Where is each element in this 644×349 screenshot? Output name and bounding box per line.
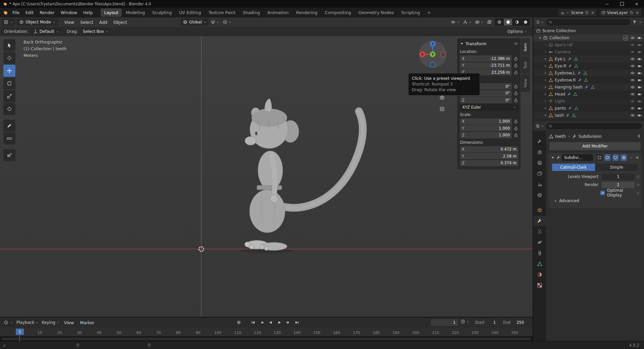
resize-grip-icon[interactable] <box>2 343 6 347</box>
tab-object-data[interactable] <box>533 259 546 269</box>
tab-output[interactable] <box>533 158 546 168</box>
lock-icon[interactable] <box>513 119 519 124</box>
location-x-field[interactable]: X-12.386 m <box>460 55 512 62</box>
timeline-marker-menu[interactable]: Marker <box>77 320 98 325</box>
tab-constraints[interactable] <box>533 248 546 258</box>
add-workspace-button[interactable]: + <box>424 8 434 17</box>
hide-eye-icon[interactable] <box>630 43 635 47</box>
remove-view-layer-icon[interactable] <box>635 11 639 15</box>
optimal-display-checkbox[interactable] <box>600 191 605 195</box>
jump-to-end-button[interactable] <box>293 318 301 326</box>
rotation-z-field[interactable]: Z0° <box>460 97 512 103</box>
frame-end-field[interactable]: End 250 <box>500 319 527 326</box>
remove-modifier-icon[interactable] <box>635 156 639 160</box>
playback-menu[interactable]: Playback <box>15 320 40 325</box>
outliner-row-object[interactable]: Camera <box>533 48 644 55</box>
workspace-tab-shading[interactable]: Shading <box>239 8 263 17</box>
show-in-edit-mode-toggle[interactable] <box>604 154 611 161</box>
show-in-render-toggle[interactable] <box>621 154 627 161</box>
gizmo-x-neg-handle[interactable] <box>441 52 446 57</box>
disclosure-closed-icon[interactable] <box>543 43 547 47</box>
select-box-tool-button[interactable] <box>3 39 15 51</box>
menu-render[interactable]: Render <box>37 10 58 15</box>
outliner-row-object[interactable]: Light <box>533 98 644 105</box>
blender-menu-icon[interactable] <box>3 10 8 15</box>
outliner-row-object[interactable]: sash <box>533 112 644 119</box>
hide-eye-icon[interactable] <box>630 57 635 61</box>
dimensions-y-field[interactable]: Y2.58 m <box>460 153 519 159</box>
minimize-button[interactable] <box>600 0 614 8</box>
lock-icon[interactable] <box>513 63 519 68</box>
add-cube-tool-button[interactable] <box>3 149 15 161</box>
outliner-search-input[interactable] <box>546 19 630 25</box>
rotate-tool-button[interactable] <box>3 77 15 90</box>
rotation-mode-dropdown[interactable]: XYZ Euler <box>460 104 519 111</box>
move-tool-button[interactable] <box>3 65 15 77</box>
disclosure-closed-icon[interactable] <box>543 106 547 110</box>
breadcrumb-modifier[interactable]: Subdivision <box>579 134 602 139</box>
toggle-ortho-button[interactable] <box>437 104 447 114</box>
add-modifier-button[interactable]: Add Modifier <box>549 142 641 150</box>
scale-y-field[interactable]: Y1.000 <box>460 125 512 131</box>
lock-icon[interactable] <box>513 70 519 75</box>
catmull-clark-button[interactable]: Catmull-Clark <box>552 164 595 171</box>
menu-window[interactable]: Window <box>58 10 80 15</box>
sidebar-tab-item[interactable]: Item <box>521 38 530 56</box>
shading-solid-button[interactable] <box>504 19 512 25</box>
measure-tool-button[interactable] <box>3 132 15 144</box>
lock-icon[interactable] <box>513 56 519 61</box>
current-frame-field[interactable]: 1 <box>431 319 458 326</box>
lock-icon[interactable] <box>513 132 519 138</box>
scale-z-field[interactable]: Z1.000 <box>460 132 512 138</box>
sidebar-tab-tool[interactable]: Tool <box>521 56 530 74</box>
disclosure-closed-icon[interactable] <box>543 92 547 96</box>
dimensions-x-field[interactable]: X0.472 m <box>460 146 519 153</box>
location-y-field[interactable]: Y-23.711 m <box>460 62 512 69</box>
tab-tool[interactable] <box>533 136 546 147</box>
timeline-editor-type-button[interactable] <box>2 319 15 326</box>
hide-eye-icon[interactable] <box>630 50 635 54</box>
chevron-down-icon[interactable] <box>639 21 642 24</box>
workspace-tab-modeling[interactable]: Modeling <box>122 8 148 17</box>
tab-scene[interactable] <box>533 179 546 189</box>
keying-menu[interactable]: Keying <box>40 320 61 325</box>
new-view-layer-icon[interactable] <box>630 11 634 15</box>
tab-world[interactable] <box>533 190 546 200</box>
disclosure-closed-icon[interactable] <box>543 99 547 103</box>
menu-edit[interactable]: Edit <box>22 10 37 15</box>
animate-decorator[interactable] <box>637 184 639 186</box>
lock-icon[interactable] <box>513 98 519 103</box>
disable-render-icon[interactable] <box>637 64 642 68</box>
maximize-button[interactable] <box>614 0 629 8</box>
scale-tool-button[interactable] <box>3 90 15 102</box>
tab-modifiers[interactable] <box>533 216 546 226</box>
outliner-row-object[interactable]: Hanging Sash <box>533 83 644 91</box>
outliner-row-object[interactable]: Eye.L <box>533 55 644 62</box>
workspace-tab-texture-paint[interactable]: Texture Paint <box>205 8 239 17</box>
tab-physics[interactable] <box>533 237 546 247</box>
hide-eye-icon[interactable] <box>630 78 635 82</box>
collection-checkbox[interactable] <box>623 36 628 40</box>
breadcrumb-object[interactable]: teeth <box>555 134 566 139</box>
workspace-tab-uv-editing[interactable]: UV Editing <box>176 8 204 17</box>
lock-icon[interactable] <box>513 91 519 96</box>
object-visibility-dropdown[interactable] <box>449 20 461 24</box>
disable-render-icon[interactable] <box>637 85 642 90</box>
menu-add[interactable]: Add <box>96 20 110 25</box>
collapse-icon[interactable] <box>551 156 555 160</box>
show-overlays-toggle[interactable] <box>473 20 485 24</box>
properties-editor-type-button[interactable] <box>535 124 544 128</box>
scale-x-field[interactable]: X1.000 <box>460 118 512 125</box>
menu-help[interactable]: Help <box>80 10 96 15</box>
new-scene-icon[interactable] <box>585 11 589 15</box>
outliner-row-object[interactable]: Apo's ref <box>533 41 644 48</box>
hide-eye-icon[interactable] <box>630 71 635 75</box>
close-button[interactable] <box>629 0 644 8</box>
unlink-scene-icon[interactable] <box>591 11 595 15</box>
workspace-tab-geometry-nodes[interactable]: Geometry Nodes <box>355 8 397 17</box>
outliner-row-scene-collection[interactable]: Scene Collection <box>533 27 644 34</box>
workspace-tab-scripting[interactable]: Scripting <box>398 8 423 17</box>
outliner-row-object[interactable]: Head <box>533 91 644 98</box>
disable-render-icon[interactable] <box>637 71 642 75</box>
lock-icon[interactable] <box>513 84 519 89</box>
